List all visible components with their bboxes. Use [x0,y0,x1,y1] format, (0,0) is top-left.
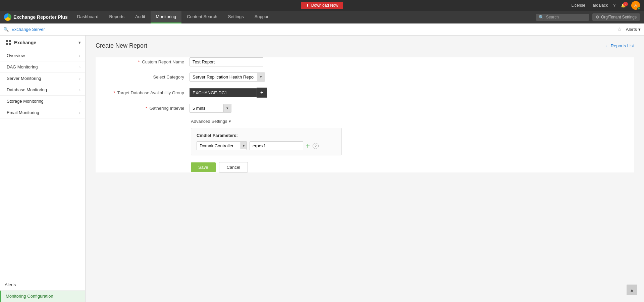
cmdlet-dropdown-arrow[interactable]: ▾ [240,142,247,149]
license-link[interactable]: License [572,3,585,8]
cmdlet-param-select[interactable]: DomainController [197,142,240,150]
org-settings-label: Org/Tenant Settings [601,15,637,19]
cmdlet-select-container: DomainController ▾ [197,141,247,150]
sidebar-alerts-label: Alerts [5,282,16,287]
required-indicator-dag: * [113,90,115,95]
tab-support[interactable]: Support [249,11,275,23]
sidebar-db-label: Database Monitoring [7,87,47,92]
notification-bell[interactable]: 🔔 2 [621,3,626,8]
category-dropdown-arrow[interactable]: ▾ [257,73,265,81]
avatar-initial: A [634,3,637,8]
form-row-interval: * Gathering Interval 1 min 5 mins 10 min… [96,104,634,113]
sidebar-header[interactable]: Exchange ▾ [0,36,85,50]
search-icon: 🔍 [539,15,544,20]
download-banner-center: ⬇ Download Now [301,2,343,9]
alerts-chevron-icon: ▾ [638,27,641,32]
sidebar-overview-arrow-icon: › [79,54,80,58]
talk-back-link[interactable]: Talk Back [591,3,608,8]
category-select[interactable]: Server Replication Health Reports Server… [190,73,257,81]
user-avatar[interactable]: A [631,1,640,10]
org-settings-button[interactable]: ⚙ Org/Tenant Settings [592,13,640,21]
sidebar-item-server-monitoring[interactable]: Server Monitoring › [0,73,85,84]
action-buttons: Save Cancel [191,162,634,172]
svg-rect-2 [6,43,8,45]
breadcrumb-text: Exchange Server [11,27,45,32]
dag-input[interactable] [190,88,257,97]
cmdlet-params-title: Cmdlet Parameters: [197,133,336,138]
tab-audit[interactable]: Audit [130,11,151,23]
sub-nav-right: ☆ Alerts ▾ [617,26,641,33]
sidebar-item-database-monitoring[interactable]: Database Monitoring › [0,84,85,96]
cmdlet-row: DomainController ▾ + ? [197,141,336,150]
required-indicator-interval: * [146,106,147,111]
favorite-star-icon[interactable]: ☆ [617,26,622,33]
interval-dropdown-arrow[interactable]: ▾ [223,104,231,112]
sidebar-db-arrow-icon: › [79,88,80,92]
advanced-settings-label: Advanced Settings [191,119,227,124]
alerts-button[interactable]: Alerts ▾ [626,27,641,32]
sidebar-item-alerts[interactable]: Alerts [0,279,85,291]
logo-icon [4,13,11,21]
cmdlet-add-button[interactable]: + [306,143,310,149]
download-now-button[interactable]: ⬇ Download Now [301,2,343,9]
sidebar-item-email-monitoring[interactable]: Email Monitoring › [0,107,85,118]
advanced-settings-toggle[interactable]: Advanced Settings ▾ [191,119,634,124]
dag-add-button[interactable]: + [257,88,267,98]
scroll-to-top-button[interactable]: ▲ [627,285,637,295]
sidebar: Exchange ▾ Overview › DAG Monitoring › S… [0,36,86,302]
dag-input-container: + [190,88,267,98]
breadcrumb[interactable]: Exchange Server [11,27,45,32]
app-logo: Exchange Reporter Plus [0,13,72,21]
sidebar-dag-label: DAG Monitoring [7,64,38,69]
sidebar-server-arrow-icon: › [79,77,80,81]
back-arrow-icon: ← [605,43,609,48]
download-icon: ⬇ [306,3,309,8]
sidebar-item-monitoring-configuration[interactable]: Monitoring Configuration [0,291,85,302]
required-indicator: * [138,59,140,64]
form-row-report-name: * Custom Report Name [96,57,634,66]
nav-tabs: Dashboard Reports Audit Monitoring Conte… [72,11,275,23]
dag-label: * Target Database Availability Group [96,90,190,95]
nav-right: 🔍 ⚙ Org/Tenant Settings [536,13,644,21]
sidebar-item-overview[interactable]: Overview › [0,50,85,61]
page-title: Create New Report [96,42,147,49]
top-banner-right: License Talk Back ? 🔔 2 A [572,1,640,10]
cancel-button[interactable]: Cancel [219,162,248,172]
report-name-input[interactable] [190,57,263,66]
search-input[interactable] [546,15,586,19]
sidebar-section-title: Exchange [14,40,36,45]
cmdlet-value-input[interactable] [250,141,303,150]
tab-dashboard[interactable]: Dashboard [72,11,104,23]
interval-select-container: 1 min 5 mins 10 mins 15 mins 30 mins 1 h… [190,104,231,113]
online-indicator [637,7,640,10]
sidebar-item-dag-monitoring[interactable]: DAG Monitoring › [0,61,85,73]
notification-badge: 2 [623,2,628,6]
cmdlet-help-icon[interactable]: ? [313,143,319,149]
sidebar-bottom: Alerts Monitoring Configuration [0,279,85,302]
search-box[interactable]: 🔍 [536,14,589,21]
reports-list-link[interactable]: ← Reports List [605,43,634,48]
advanced-panel: Cmdlet Parameters: DomainController ▾ + … [191,128,342,155]
save-button[interactable]: Save [191,162,216,172]
sidebar-item-storage-monitoring[interactable]: Storage Monitoring › [0,96,85,107]
help-link[interactable]: ? [613,3,615,8]
sidebar-monitoring-config-label: Monitoring Configuration [6,294,53,299]
content-area: Create New Report ← Reports List * Custo… [86,36,644,302]
tab-settings[interactable]: Settings [223,11,249,23]
category-select-container: Server Replication Health Reports Server… [190,72,265,82]
tab-reports[interactable]: Reports [104,11,130,23]
sidebar-overview-label: Overview [7,53,25,58]
sidebar-email-label: Email Monitoring [7,110,39,115]
interval-label: * Gathering Interval [96,106,190,111]
sidebar-dag-arrow-icon: › [79,65,80,69]
sub-nav-search[interactable]: 🔍 [3,27,9,32]
svg-rect-3 [9,43,11,45]
gear-icon: ⚙ [596,15,599,19]
reports-list-label: Reports List [611,43,634,48]
tab-monitoring[interactable]: Monitoring [151,11,182,23]
report-name-label: * Custom Report Name [96,59,190,64]
tab-content-search[interactable]: Content Search [181,11,222,23]
interval-select[interactable]: 1 min 5 mins 10 mins 15 mins 30 mins 1 h… [190,104,223,112]
create-report-form: * Custom Report Name Select Category Ser… [96,57,634,172]
sidebar-chevron-icon: ▾ [78,40,80,45]
